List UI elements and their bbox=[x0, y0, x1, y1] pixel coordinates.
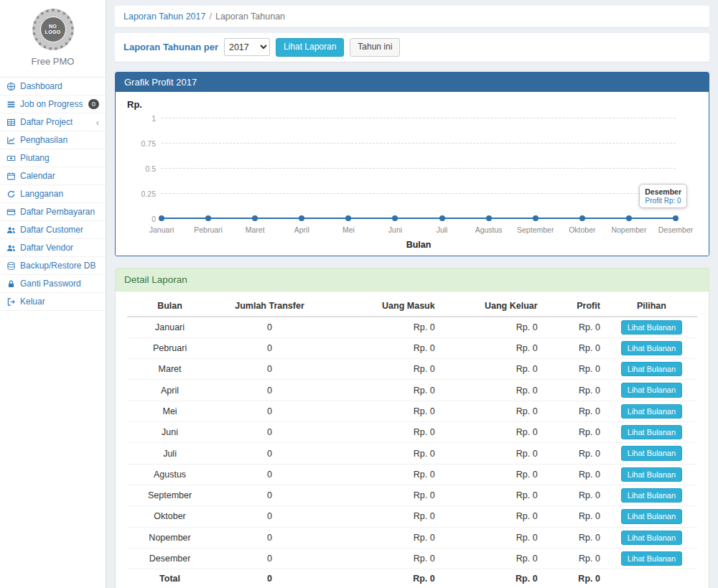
lihat-bulanan-button[interactable]: Lihat Bulanan bbox=[621, 362, 682, 376]
lihat-bulanan-button[interactable]: Lihat Bulanan bbox=[621, 467, 682, 482]
x-tick-label: Oktober bbox=[569, 225, 595, 234]
total-profit: Rp. 0 bbox=[544, 569, 606, 588]
cell-bulan: Maret bbox=[127, 359, 213, 380]
sidebar-item-daftar-customer[interactable]: Daftar Customer bbox=[0, 221, 106, 239]
cell-uang-keluar: Rp. 0 bbox=[441, 380, 544, 401]
lihat-bulanan-button[interactable]: Lihat Bulanan bbox=[621, 446, 682, 460]
sidebar-item-daftar-vendor[interactable]: Daftar Vendor bbox=[0, 239, 106, 257]
chevron-left-icon: ‹ bbox=[96, 118, 99, 127]
x-tick-label: April bbox=[294, 225, 309, 234]
sidebar-item-label: Calendar bbox=[20, 171, 55, 181]
y-tick-label: 0.75 bbox=[129, 139, 156, 148]
y-tick-label: 0.5 bbox=[129, 164, 156, 173]
data-point-agustus bbox=[486, 215, 492, 221]
lihat-bulanan-button[interactable]: Lihat Bulanan bbox=[621, 425, 682, 439]
cell-bulan: September bbox=[127, 485, 213, 505]
y-tick-label: 1 bbox=[129, 114, 156, 123]
sidebar-item-label: Daftar Pembayaran bbox=[20, 207, 95, 217]
year-select[interactable]: 2017 bbox=[224, 38, 270, 56]
data-point-januari bbox=[159, 215, 164, 221]
detail-panel-body: Bulan Jumlah Transfer Uang Masuk Uang Ke… bbox=[116, 291, 709, 588]
brand: NO LOGO Free PMO bbox=[0, 0, 106, 73]
sidebar-item-keluar[interactable]: Keluar bbox=[0, 293, 106, 311]
detail-laporan-panel: Detail Laporan Bulan Jumlah Transfer Uan… bbox=[115, 268, 709, 588]
x-tick-label: September bbox=[517, 225, 554, 234]
sidebar-item-ganti-password[interactable]: Ganti Password bbox=[0, 275, 106, 293]
cell-uang-masuk: Rp. 0 bbox=[327, 380, 441, 401]
cell-uang-keluar: Rp. 0 bbox=[441, 485, 544, 505]
lihat-bulanan-button[interactable]: Lihat Bulanan bbox=[621, 341, 682, 355]
filter-bar: Laporan Tahunan per 2017 Lihat Laporan T… bbox=[115, 33, 709, 62]
table-row-nopember: Nopember0Rp. 0Rp. 0Rp. 0Lihat Bulanan bbox=[127, 527, 697, 548]
table-row-januari: Januari0Rp. 0Rp. 0Rp. 0Lihat Bulanan bbox=[127, 317, 697, 338]
chart-panel-title: Grafik Profit 2017 bbox=[116, 73, 709, 92]
total-jumlah-transfer: 0 bbox=[213, 569, 327, 588]
lihat-bulanan-button[interactable]: Lihat Bulanan bbox=[621, 320, 682, 335]
cell-profit: Rp. 0 bbox=[544, 422, 606, 443]
breadcrumb: Laporan Tahun 2017/Laporan Tahunan bbox=[115, 6, 709, 27]
sidebar-item-dashboard[interactable]: Dashboard bbox=[0, 78, 106, 95]
profit-chart-panel: Grafik Profit 2017 Rp. Desember Profit R… bbox=[115, 72, 709, 256]
report-table-body: Januari0Rp. 0Rp. 0Rp. 0Lihat BulananPebr… bbox=[127, 317, 697, 569]
sidebar-item-label: Keluar bbox=[20, 297, 45, 307]
x-tick-label: Desember bbox=[658, 225, 693, 234]
col-header-jumlah-transfer: Jumlah Transfer bbox=[213, 296, 327, 317]
data-point-oktober bbox=[579, 215, 585, 221]
table-row-mei: Mei0Rp. 0Rp. 0Rp. 0Lihat Bulanan bbox=[127, 401, 697, 421]
lihat-bulanan-button[interactable]: Lihat Bulanan bbox=[621, 488, 682, 503]
cell-uang-keluar: Rp. 0 bbox=[441, 422, 544, 443]
cell-uang-masuk: Rp. 0 bbox=[327, 464, 441, 485]
cell-bulan: Oktober bbox=[127, 506, 213, 527]
sidebar-item-daftar-pembayaran[interactable]: Daftar Pembayaran bbox=[0, 203, 106, 221]
cell-profit: Rp. 0 bbox=[544, 359, 606, 380]
cell-pilihan: Lihat Bulanan bbox=[606, 359, 697, 380]
database-icon bbox=[6, 261, 16, 271]
lihat-bulanan-button[interactable]: Lihat Bulanan bbox=[621, 509, 682, 523]
sidebar-item-backup-restore-db[interactable]: Backup/Restore DB bbox=[0, 257, 106, 275]
y-tick-label: 0.25 bbox=[129, 190, 156, 198]
breadcrumb-link[interactable]: Laporan Tahun 2017 bbox=[123, 11, 205, 22]
chart-x-labels: JanuariPebruariMaretAprilMeiJuniJuliAgus… bbox=[162, 225, 676, 235]
cell-jumlah-transfer: 0 bbox=[213, 485, 327, 505]
sidebar-item-calendar[interactable]: Calendar bbox=[0, 167, 106, 185]
sidebar-item-langganan[interactable]: Langganan bbox=[0, 185, 106, 203]
cell-bulan: Pebruari bbox=[127, 337, 213, 358]
cell-uang-masuk: Rp. 0 bbox=[327, 359, 441, 380]
data-point-pebruari bbox=[205, 215, 211, 221]
cell-jumlah-transfer: 0 bbox=[213, 527, 327, 548]
cell-pilihan: Lihat Bulanan bbox=[606, 506, 697, 527]
cell-bulan: Desember bbox=[127, 548, 213, 569]
cell-jumlah-transfer: 0 bbox=[213, 317, 327, 338]
lihat-laporan-button[interactable]: Lihat Laporan bbox=[276, 38, 344, 57]
tooltip-title: Desember bbox=[645, 187, 681, 196]
sidebar-item-job-on-progress[interactable]: Job on Progress0 bbox=[0, 95, 106, 113]
cell-pilihan: Lihat Bulanan bbox=[606, 527, 697, 548]
cell-uang-keluar: Rp. 0 bbox=[441, 401, 544, 421]
cell-bulan: Juni bbox=[127, 422, 213, 443]
cell-bulan: Nopember bbox=[127, 527, 213, 548]
filter-label: Laporan Tahunan per bbox=[123, 42, 218, 52]
profit-line-chart: Rp. Desember Profit Rp: 0 00.250.50.751 … bbox=[126, 99, 699, 251]
tasks-icon bbox=[6, 100, 16, 109]
col-header-bulan: Bulan bbox=[127, 296, 213, 317]
lihat-bulanan-button[interactable]: Lihat Bulanan bbox=[621, 404, 682, 419]
cell-uang-masuk: Rp. 0 bbox=[327, 548, 441, 569]
data-point-april bbox=[299, 215, 304, 221]
tooltip-value: Profit Rp: 0 bbox=[645, 197, 681, 205]
sidebar-item-piutang[interactable]: Piutang bbox=[0, 149, 106, 167]
breadcrumb-separator: / bbox=[209, 11, 211, 22]
table-row-oktober: Oktober0Rp. 0Rp. 0Rp. 0Lihat Bulanan bbox=[127, 506, 697, 527]
x-tick-label: Pebruari bbox=[194, 225, 223, 234]
lihat-bulanan-button[interactable]: Lihat Bulanan bbox=[621, 531, 682, 545]
sidebar-item-daftar-project[interactable]: Daftar Project‹ bbox=[0, 113, 106, 131]
tahun-ini-button[interactable]: Tahun ini bbox=[350, 38, 400, 57]
sidebar-item-label: Daftar Vendor bbox=[20, 243, 73, 253]
total-bulan: Total bbox=[127, 569, 213, 588]
calendar-icon bbox=[6, 172, 16, 181]
lihat-bulanan-button[interactable]: Lihat Bulanan bbox=[621, 383, 682, 397]
cell-uang-keluar: Rp. 0 bbox=[441, 527, 544, 548]
sidebar-menu: DashboardJob on Progress0Daftar Project‹… bbox=[0, 77, 106, 311]
report-table: Bulan Jumlah Transfer Uang Masuk Uang Ke… bbox=[127, 296, 697, 588]
lihat-bulanan-button[interactable]: Lihat Bulanan bbox=[621, 551, 682, 566]
sidebar-item-penghasilan[interactable]: Penghasilan bbox=[0, 131, 106, 149]
